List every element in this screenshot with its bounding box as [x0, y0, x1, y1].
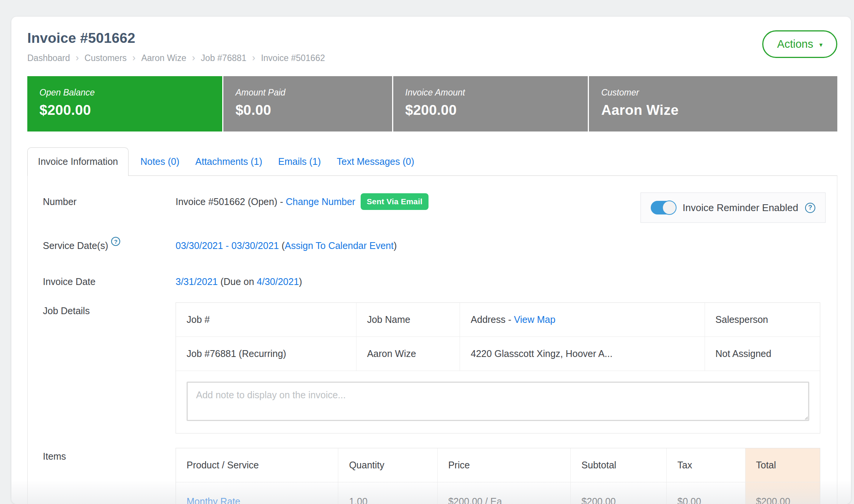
product-service-header: Product / Service [176, 448, 338, 482]
invoice-reminder-label: Invoice Reminder Enabled [683, 202, 798, 214]
job-number-cell: Job #76881 (Recurring) [176, 337, 356, 371]
caret-down-icon: ▾ [819, 42, 823, 48]
toggle-knob [662, 200, 677, 215]
price-cell: $200.00 / Ea [437, 482, 570, 504]
assign-to-calendar-event-link[interactable]: Assign To Calendar Event [285, 240, 394, 251]
invoice-information-panel: Invoice Reminder Enabled ? Number Invoic… [27, 176, 837, 504]
breadcrumb: Dashboard › Customers › Aaron Wize › Job… [27, 53, 837, 63]
service-dates-value[interactable]: 03/30/2021 - 03/30/2021 [176, 240, 279, 251]
sent-via-email-badge: Sent Via Email [361, 193, 429, 210]
quantity-cell: 1.00 [338, 482, 437, 504]
invoice-reminder-toggle[interactable] [651, 201, 676, 214]
address-cell: 4220 Glasscott Xingz, Hoover A... [460, 337, 705, 371]
items-table: Product / Service Quantity Price Subtota… [176, 448, 820, 504]
invoice-note-input[interactable] [187, 382, 809, 421]
tab-text-messages[interactable]: Text Messages (0) [329, 148, 422, 175]
breadcrumb-job[interactable]: Job #76881 [201, 53, 246, 63]
chevron-right-icon: › [192, 53, 195, 63]
total-header: Total [745, 448, 820, 482]
paren-text [218, 276, 220, 287]
actions-button[interactable]: Actions ▾ [762, 30, 837, 58]
number-label: Number [43, 193, 176, 207]
job-details-header-row: Job # Job Name Address - View Map Salesp… [176, 303, 820, 337]
due-date-link[interactable]: 4/30/2021 [257, 276, 299, 287]
items-header-row: Product / Service Quantity Price Subtota… [176, 448, 820, 482]
summary-card-label: Amount Paid [235, 88, 380, 98]
salesperson-header: Salesperson [705, 303, 820, 337]
total-cell: $200.00 [745, 482, 820, 504]
job-details-label: Job Details [43, 302, 176, 316]
breadcrumb-dashboard[interactable]: Dashboard [27, 53, 70, 63]
invoice-date-row: Invoice Date 3/31/2021 (Due on 4/30/2021… [43, 273, 837, 287]
help-icon[interactable]: ? [111, 237, 120, 246]
summary-card-invoice-amount: Invoice Amount $200.00 [393, 76, 588, 131]
items-row: Items Product / Service Quantity Price S… [43, 448, 837, 504]
job-details-row: Job Details Job # Job Name Address - Vie… [43, 302, 837, 434]
job-name-cell: Aaron Wize [356, 337, 460, 371]
summary-cards: Open Balance $200.00 Amount Paid $0.00 I… [27, 76, 837, 131]
paren-text: ) [394, 240, 397, 251]
invoice-card: Invoice #501662 Dashboard › Customers › … [11, 17, 851, 504]
help-icon[interactable]: ? [805, 203, 815, 213]
summary-card-value: $200.00 [405, 102, 576, 118]
tab-notes[interactable]: Notes (0) [132, 148, 187, 175]
tab-attachments[interactable]: Attachments (1) [187, 148, 270, 175]
item-data-row: Monthy Rate 1.00 $200.00 / Ea $200.00 $0… [176, 482, 820, 504]
change-number-link[interactable]: Change Number [286, 196, 355, 207]
summary-card-label: Open Balance [39, 88, 210, 98]
actions-button-label: Actions [777, 38, 813, 50]
summary-card-open-balance: Open Balance $200.00 [27, 76, 222, 131]
quantity-header: Quantity [338, 448, 437, 482]
chevron-right-icon: › [252, 53, 255, 63]
due-on-text: (Due on [220, 276, 257, 287]
job-details-table: Job # Job Name Address - View Map Salesp… [176, 302, 820, 434]
invoice-note-area [176, 371, 820, 433]
invoice-date-link[interactable]: 3/31/2021 [176, 276, 218, 287]
tab-emails[interactable]: Emails (1) [270, 148, 329, 175]
service-dates-label: Service Date(s) [43, 240, 108, 251]
paren-text: ) [299, 276, 302, 287]
view-map-link[interactable]: View Map [514, 314, 555, 325]
product-cell: Monthy Rate [176, 482, 338, 504]
breadcrumb-customers[interactable]: Customers [85, 53, 127, 63]
paren-text: ( [281, 240, 284, 251]
invoice-number-value: Invoice #501662 (Open) - [176, 196, 286, 207]
job-details-data-row: Job #76881 (Recurring) Aaron Wize 4220 G… [176, 337, 820, 371]
address-header: Address - View Map [460, 303, 705, 337]
address-header-text: Address - [471, 314, 514, 325]
chevron-right-icon: › [132, 53, 135, 63]
breadcrumb-invoice-current: Invoice #501662 [261, 53, 325, 63]
items-label: Items [43, 448, 176, 462]
summary-card-value: Aaron Wize [601, 102, 825, 118]
invoice-reminder-box: Invoice Reminder Enabled ? [640, 193, 826, 223]
job-number-header: Job # [176, 303, 356, 337]
breadcrumb-customer-name[interactable]: Aaron Wize [141, 53, 186, 63]
chevron-right-icon: › [76, 53, 79, 63]
tax-header: Tax [667, 448, 745, 482]
tax-cell: $0.00 [667, 482, 745, 504]
service-dates-row: Service Date(s) ? 03/30/2021 - 03/30/202… [43, 237, 837, 251]
page-title: Invoice #501662 [27, 17, 837, 46]
invoice-date-label: Invoice Date [43, 273, 176, 287]
summary-card-value: $0.00 [235, 102, 380, 118]
summary-card-label: Invoice Amount [405, 88, 576, 98]
summary-card-amount-paid: Amount Paid $0.00 [223, 76, 392, 131]
summary-card-label: Customer [601, 88, 825, 98]
subtotal-cell: $200.00 [571, 482, 667, 504]
paren-text [279, 240, 281, 251]
tab-invoice-information[interactable]: Invoice Information [27, 147, 129, 176]
salesperson-cell: Not Assigned [705, 337, 820, 371]
price-header: Price [437, 448, 570, 482]
product-link[interactable]: Monthy Rate [187, 496, 240, 504]
subtotal-header: Subtotal [571, 448, 667, 482]
summary-card-customer: Customer Aaron Wize [589, 76, 837, 131]
job-name-header: Job Name [356, 303, 460, 337]
summary-card-value: $200.00 [39, 102, 210, 118]
tab-bar: Invoice Information Notes (0) Attachment… [27, 147, 837, 176]
